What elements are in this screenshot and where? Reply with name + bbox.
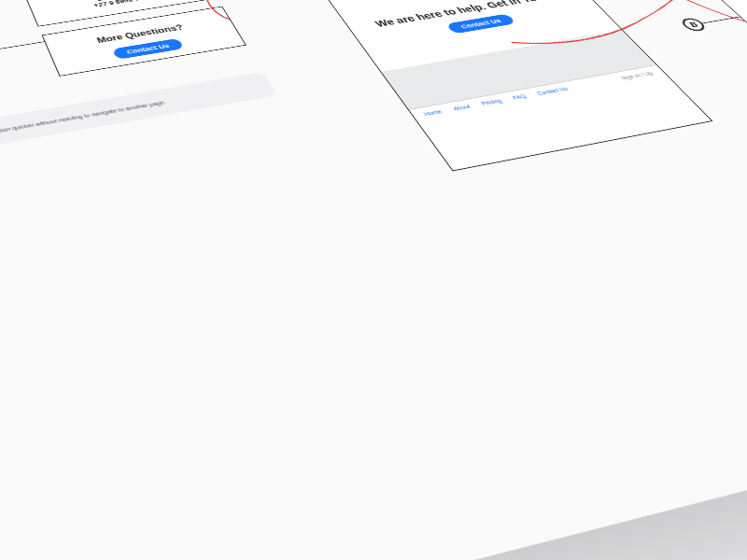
wireframe-about-page: Solutions Our Purpose Why we exist? Who … [208, 0, 713, 171]
nav-about[interactable]: About [452, 104, 472, 111]
vb-contact-button[interactable]: Contact Us [112, 38, 184, 60]
wireframe-canvas: Mail History 1198 items e a Challenge? L… [0, 0, 747, 560]
variant-b2-card: We are here to help. See what we can do … [721, 0, 747, 62]
nav-faq[interactable]: FAQ [512, 93, 528, 100]
vb2-heading1: We are here to help. [741, 0, 747, 15]
variant-marker-b2: B [678, 17, 708, 32]
annotation-note-1: i Variant "A" provides information quick… [0, 72, 277, 166]
nav-home[interactable]: Home [423, 109, 444, 117]
nav-pricing[interactable]: Pricing [480, 98, 502, 105]
nav-signin[interactable]: Sign In / Up [620, 71, 655, 81]
wf3-contact-button[interactable]: Contact Us [445, 14, 515, 35]
note1-text: Variant "A" provides information quicker… [0, 99, 167, 147]
nav-contact[interactable]: Contact Us [536, 86, 570, 96]
